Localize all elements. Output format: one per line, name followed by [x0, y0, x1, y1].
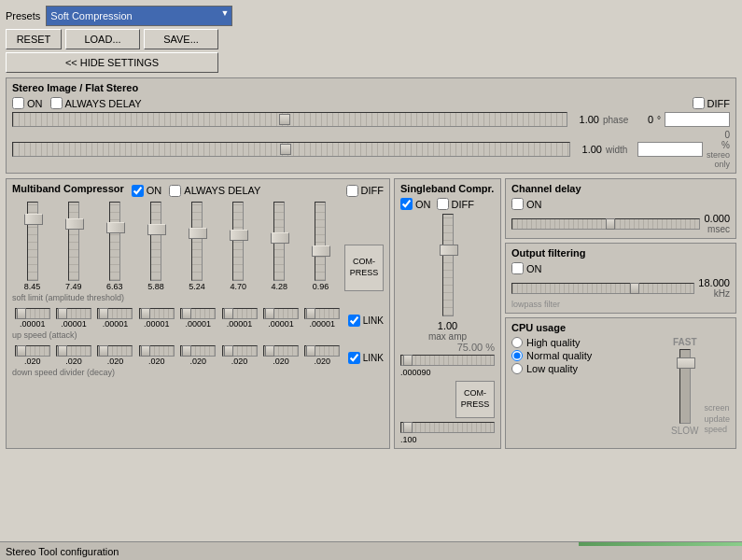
down-speed-link-checkbox[interactable]	[348, 352, 360, 364]
down-speed-value-3: .020	[107, 357, 124, 366]
fader-track-8	[315, 202, 326, 281]
down-speed-track-7	[263, 345, 299, 357]
up-speed-value-3: .00001	[103, 319, 129, 329]
channel-delay-thumb[interactable]	[606, 218, 615, 230]
down-speed-thumb-7[interactable]	[265, 345, 274, 357]
singleband-percent-value: 75.00	[457, 342, 483, 353]
up-speed-value-2: .00001	[61, 319, 87, 329]
output-filtering-on-label[interactable]: ON	[511, 262, 730, 274]
multiband-diff-checkbox[interactable]	[346, 185, 358, 197]
save-button[interactable]: SAVE...	[144, 29, 218, 49]
normal-quality-label[interactable]: Normal quality	[511, 350, 665, 361]
low-quality-label[interactable]: Low quality	[511, 363, 665, 374]
up-speed-value-1: .00001	[20, 319, 46, 329]
output-filtering-thumb[interactable]	[630, 283, 639, 294]
down-speed-track-4	[139, 345, 175, 357]
fader-track-4	[150, 202, 161, 281]
singleband-diff-label[interactable]: DIFF	[437, 198, 474, 210]
fader-thumb-1[interactable]	[24, 214, 43, 225]
up-speed-track-6	[222, 308, 258, 319]
cpu-usage-panel: CPU usage High quality Normal quality	[505, 317, 736, 449]
fast-label: FAST	[673, 337, 697, 347]
singleband-up-speed-thumb[interactable]	[403, 355, 413, 366]
multiband-on-checkbox[interactable]	[132, 185, 144, 197]
singleband-max-amp-label: max amp	[400, 331, 495, 342]
screen-label: screen	[704, 403, 730, 414]
load-button[interactable]: LOAD...	[65, 29, 140, 49]
high-quality-label[interactable]: High quality	[511, 337, 665, 348]
down-speed-thumb-3[interactable]	[99, 345, 108, 357]
fader-thumb-4[interactable]	[147, 224, 166, 235]
reset-button[interactable]: RESET	[6, 29, 62, 49]
singleband-down-speed-track	[400, 422, 495, 433]
down-speed-thumb-8[interactable]	[306, 345, 315, 357]
down-speed-thumb-1[interactable]	[17, 345, 26, 357]
down-speed-thumb-2[interactable]	[58, 345, 67, 357]
hide-settings-button[interactable]: << HIDE SETTINGS	[6, 52, 218, 73]
fader-thumb-5[interactable]	[189, 228, 207, 239]
output-filtering-title: Output filtering	[511, 247, 730, 259]
singleband-diff-checkbox[interactable]	[437, 198, 449, 210]
fader-thumb-8[interactable]	[312, 245, 330, 257]
screen-update-thumb[interactable]	[677, 357, 695, 369]
channel-delay-track	[511, 218, 700, 230]
stereo-always-delay-label[interactable]: ALWAYS DELAY	[50, 97, 142, 109]
up-speed-thumb-8[interactable]	[306, 308, 315, 319]
up-speed-thumb-2[interactable]	[58, 308, 67, 319]
fader-thumb-2[interactable]	[65, 218, 84, 230]
singleband-on-label[interactable]: ON	[400, 198, 431, 210]
output-filtering-value: 18.000	[698, 277, 730, 288]
update-label: update	[704, 414, 730, 426]
output-filtering-label: lowpass filter	[511, 300, 730, 309]
up-speed-value-5: .00001	[185, 319, 211, 329]
multiband-always-delay-label[interactable]: ALWAYS DELAY	[169, 185, 260, 197]
down-speed-thumb-5[interactable]	[182, 345, 191, 357]
low-quality-radio[interactable]	[511, 363, 523, 374]
down-speed-link-label[interactable]: LINK	[348, 352, 384, 364]
multiband-on-label[interactable]: ON	[132, 185, 162, 197]
down-speed-thumb-6[interactable]	[224, 345, 233, 357]
up-speed-link-label[interactable]: LINK	[348, 315, 384, 327]
fader-thumb-7[interactable]	[271, 232, 289, 244]
presets-label: Presets	[6, 10, 40, 21]
normal-quality-radio[interactable]	[511, 350, 523, 361]
preset-select[interactable]: Soft Compression	[46, 6, 232, 26]
stereo-on-label[interactable]: ON	[12, 97, 43, 109]
multiband-diff-label[interactable]: DIFF	[346, 185, 384, 197]
channel-delay-value: 0.000	[704, 213, 730, 224]
stereo-diff-checkbox[interactable]	[693, 97, 705, 109]
channel-delay-on-checkbox[interactable]	[511, 198, 524, 210]
high-quality-radio[interactable]	[511, 337, 523, 348]
up-speed-thumb-7[interactable]	[265, 308, 274, 319]
bottom-bar: Stereo Tool configuration	[0, 541, 742, 560]
width-slider-thumb[interactable]	[280, 144, 291, 155]
phase-slider-thumb[interactable]	[279, 114, 290, 125]
fader-thumb-3[interactable]	[106, 222, 125, 233]
up-speed-thumb-6[interactable]	[224, 308, 233, 319]
up-speed-value-6: .00001	[227, 319, 253, 329]
stereo-on-checkbox[interactable]	[12, 97, 24, 109]
multiband-panel: Multiband Compressor ON ALWAYS DELAY DIF…	[6, 178, 390, 449]
fader-value-1: 8.45	[24, 282, 41, 291]
up-speed-value-4: .00001	[144, 319, 170, 329]
stereo-diff-label[interactable]: DIFF	[693, 97, 730, 109]
fader-thumb-6[interactable]	[230, 230, 248, 241]
singleband-on-checkbox[interactable]	[400, 198, 413, 210]
singleband-down-speed-thumb[interactable]	[403, 422, 413, 433]
singleband-compress-button[interactable]: COM-PRESS	[455, 381, 495, 418]
stereo-always-delay-checkbox[interactable]	[50, 97, 63, 109]
down-speed-value-4: .020	[148, 357, 165, 366]
up-speed-link-checkbox[interactable]	[348, 315, 360, 327]
up-speed-thumb-4[interactable]	[141, 308, 150, 319]
singleband-main-fader-thumb[interactable]	[440, 245, 458, 256]
down-speed-thumb-4[interactable]	[141, 345, 150, 357]
multiband-always-delay-checkbox[interactable]	[169, 185, 181, 197]
up-speed-thumb-1[interactable]	[17, 308, 26, 319]
up-speed-thumb-3[interactable]	[99, 308, 108, 319]
up-speed-track-7	[263, 308, 299, 319]
multiband-compress-button[interactable]: COM-PRESS	[344, 245, 384, 291]
up-speed-thumb-5[interactable]	[182, 308, 191, 319]
up-speed-section: .00001 .00001 .00001	[12, 308, 384, 329]
channel-delay-on-label[interactable]: ON	[511, 198, 730, 210]
output-filtering-on-checkbox[interactable]	[511, 262, 524, 274]
